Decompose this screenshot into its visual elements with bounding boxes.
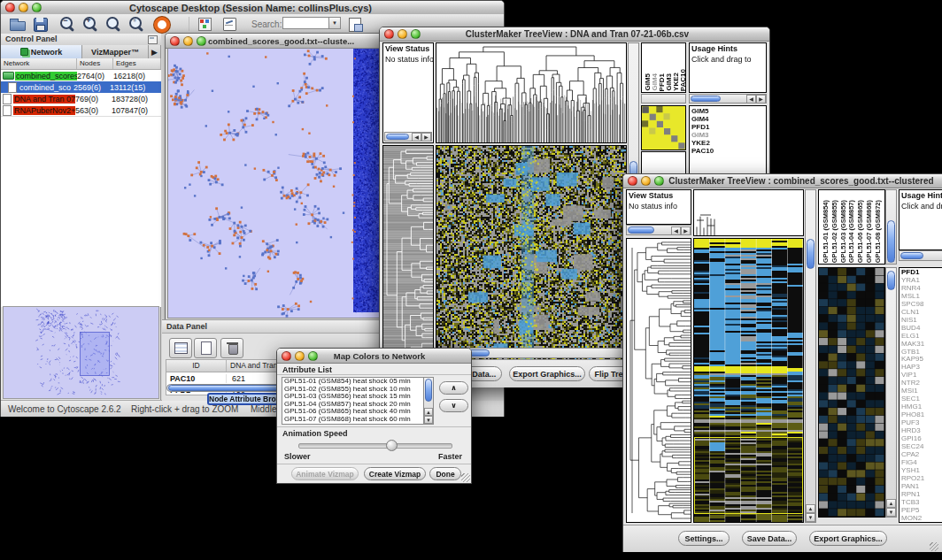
resize-grip[interactable] [930, 542, 938, 551]
column-header[interactable]: ID [166, 360, 227, 372]
annotation-icon[interactable] [220, 16, 240, 34]
scroll-thumb[interactable] [887, 271, 895, 290]
scroll-up-arrow-icon[interactable]: ▲ [806, 504, 815, 513]
column-label[interactable]: GIM5 [644, 73, 650, 91]
column-label[interactable]: GIM4 [651, 73, 657, 91]
column-dendrogram[interactable] [693, 189, 804, 236]
column-label[interactable]: GPL51-08 (GSM872) [874, 200, 883, 263]
labels-vscrollbar[interactable] [885, 189, 897, 265]
scroll-left-arrow-icon[interactable]: ◀ [746, 95, 756, 104]
minimize-icon[interactable] [641, 176, 651, 186]
gene-label[interactable]: YKE2 [691, 139, 764, 147]
column-label[interactable]: YKE2 [672, 73, 678, 91]
minimize-icon[interactable] [183, 36, 193, 46]
main-titlebar[interactable]: Cytoscape Desktop (Session Name: collins… [1, 1, 504, 15]
column-label[interactable]: GIM3 [665, 73, 671, 91]
column-label[interactable]: PAC10 [679, 69, 685, 91]
move-up-button[interactable]: ∧ [439, 381, 468, 395]
zoom-selected-icon[interactable]: ▫ [127, 16, 146, 34]
column-label[interactable]: GPL51-01 (GSM854) [822, 200, 830, 263]
gene-label[interactable]: MON2 [901, 515, 942, 523]
scroll-thumb[interactable] [425, 379, 432, 402]
save-data-button[interactable]: Save Data... [742, 531, 797, 546]
animation-speed-slider[interactable] [298, 443, 452, 449]
correlation-summary-heatmap[interactable] [641, 105, 686, 150]
new-doc-icon[interactable] [194, 338, 217, 358]
scroll-thumb[interactable] [887, 220, 895, 263]
scroll-right-arrow-icon[interactable]: ▶ [681, 226, 691, 235]
gene-list-vscrollbar[interactable]: ▲ ▼ [885, 267, 897, 518]
scroll-down-arrow-icon[interactable]: ▼ [424, 416, 433, 424]
scroll-left-arrow-icon[interactable]: ◀ [412, 133, 421, 142]
scroll-up-arrow-icon[interactable]: ▲ [886, 499, 896, 508]
map-colors-titlebar[interactable]: Map Colors to Network [277, 349, 471, 364]
treeview-dna-titlebar[interactable]: ClusterMaker TreeView : DNA and Tran 07-… [380, 27, 769, 42]
move-down-button[interactable]: ∨ [439, 399, 468, 412]
scroll-left-arrow-icon[interactable]: ◀ [671, 226, 681, 235]
birdseye-view[interactable] [3, 306, 159, 399]
zoom-window-icon[interactable] [32, 3, 42, 12]
treeview-combined-titlebar[interactable]: ClusterMaker TreeView : combined_scores_… [623, 174, 942, 188]
column-header[interactable]: Edges [113, 58, 161, 69]
export-graphics-button[interactable]: Export Graphics... [509, 366, 585, 381]
export-graphics-button[interactable]: Export Graphics... [809, 531, 887, 546]
column-label[interactable]: GPL51-02 (GSM855) [830, 200, 839, 263]
animate-vizmap-button[interactable]: Animate Vizmap [291, 467, 359, 480]
resize-grip[interactable] [461, 473, 470, 482]
gene-label[interactable]: PFD1 [691, 123, 764, 131]
scroll-thumb[interactable] [807, 239, 815, 269]
trash-icon[interactable] [220, 338, 243, 358]
zoom-window-icon[interactable] [308, 351, 318, 361]
close-icon[interactable] [5, 3, 15, 12]
close-icon[interactable] [628, 176, 637, 186]
close-icon[interactable] [170, 36, 180, 46]
row-dendrogram[interactable] [626, 238, 691, 523]
scroll-right-arrow-icon[interactable]: ▶ [756, 95, 766, 104]
view-status-hscrollbar[interactable]: ◀ ▶ [626, 225, 691, 235]
gene-label[interactable]: GIM3 [691, 131, 764, 139]
search-dropdown-button[interactable]: ▼ [328, 17, 341, 29]
settings-button[interactable]: Settings... [678, 531, 730, 546]
zoom-actual-icon[interactable] [104, 16, 123, 34]
scroll-right-arrow-icon[interactable]: ▶ [421, 133, 431, 142]
column-label[interactable]: GPL51-04 (GSM857) [847, 200, 856, 263]
gene-label[interactable]: GIM5 [691, 107, 764, 115]
save-icon[interactable] [31, 16, 50, 34]
slider-thumb[interactable] [386, 440, 398, 451]
gene-label[interactable]: GIM4 [691, 115, 764, 123]
index-icon[interactable] [346, 16, 366, 34]
column-dendrogram[interactable] [436, 42, 627, 143]
tab-network[interactable]: Network [1, 45, 82, 58]
main-heatmap[interactable] [693, 238, 804, 523]
zoom-window-icon[interactable] [197, 36, 206, 46]
zoom-window-icon[interactable] [654, 176, 664, 186]
network-table-row[interactable]: RNAPuberNov2+I563(0)107847(0) [1, 104, 161, 116]
node-attribute-browser-tab[interactable]: Node Attribute Brows [207, 393, 285, 405]
heatmap-vscrollbar[interactable]: ▲ ▼ [805, 189, 816, 523]
summary-heatmap[interactable] [818, 267, 885, 518]
labels-hscrollbar[interactable] [641, 94, 686, 104]
zoom-in-icon[interactable]: + [81, 16, 100, 34]
minimize-icon[interactable] [19, 3, 28, 12]
view-status-hscrollbar[interactable]: ◀ ▶ [384, 132, 432, 142]
network-table-row[interactable]: DNA and Tran 07769(0)183728(0) [1, 93, 161, 104]
network-table-row[interactable]: combined_sco2569(6)13112(15) [1, 81, 161, 93]
close-icon[interactable] [282, 351, 291, 361]
scroll-up-arrow-icon[interactable]: ▲ [424, 408, 433, 416]
column-label[interactable]: GPL51-07 (GSM868) [865, 200, 874, 263]
column-label[interactable]: GPL51-06 (GSM865) [856, 200, 865, 263]
attribute-item[interactable]: GPL51-07 (GSM868) heat shock 60 min [282, 416, 424, 424]
network-view-titlebar[interactable]: combined_scores_good.txt--cluste... [166, 34, 382, 49]
float-panel-icon[interactable] [148, 35, 158, 44]
minimize-icon[interactable] [295, 351, 305, 361]
gene-label[interactable]: PAC10 [691, 147, 764, 155]
column-header[interactable]: Network [1, 58, 77, 69]
network-table-row[interactable]: combined_scores2764(0)16218(0) [1, 70, 161, 81]
vizmap-icon[interactable] [196, 16, 215, 34]
tab-vizmapper-[interactable]: VizMapper™ [82, 45, 149, 58]
table-grid-icon[interactable] [169, 338, 192, 358]
column-label[interactable]: PFD1 [658, 73, 664, 91]
row-dendrogram[interactable] [382, 145, 434, 373]
scroll-down-arrow-icon[interactable]: ▼ [886, 508, 896, 517]
done-button[interactable]: Done [429, 467, 461, 480]
